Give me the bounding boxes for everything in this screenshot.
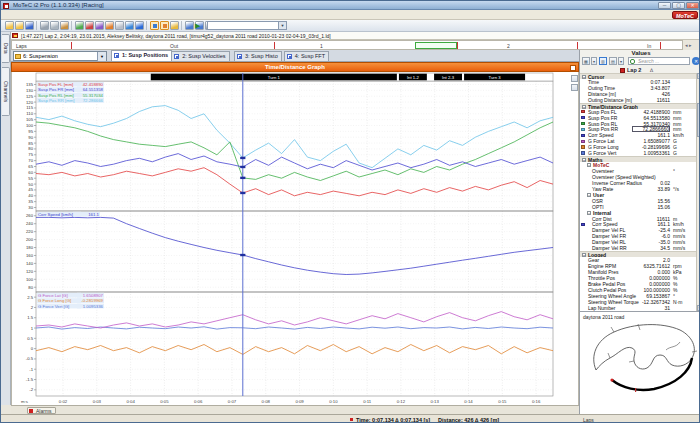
track-cursor-dot [610, 378, 613, 381]
svg-label: 115 [26, 105, 33, 110]
dock-tab-channels[interactable]: Channels [2, 67, 10, 117]
channel-color-swatch [581, 128, 585, 132]
title-bar[interactable]: MoTeC i2 Pro (1.1.0.334) [Racing] ─ ▢ ✕ [1, 1, 700, 10]
worksheet-icon [287, 54, 292, 59]
reference-lap-combo[interactable]: ▼ [207, 21, 287, 30]
search-input[interactable]: Search ... [628, 57, 690, 65]
worksheet-tab-label: 3: Susp Histo [245, 53, 278, 59]
svg-label: 120 [26, 269, 34, 274]
tab-4-susp-fft[interactable]: 4: Susp FFT [284, 51, 329, 61]
workbook-selector-value: 6: Suspension [23, 52, 58, 61]
close-button[interactable]: ✕ [686, 2, 699, 9]
toolbar-icon-cursor-toggle[interactable] [150, 21, 159, 30]
search-placeholder: Search ... [638, 58, 659, 64]
svg-label: Int 1-2 [407, 75, 420, 80]
tab-2-susp-velocities[interactable]: 2: Susp Velocities [171, 51, 229, 61]
show-values-toggle-icon[interactable]: ▥ [599, 57, 607, 65]
collapse-icon[interactable]: − [587, 193, 591, 197]
svg-label: Susp Pos RL [mm] [38, 93, 74, 98]
toolbar-icon-swap-lap[interactable] [170, 21, 179, 30]
layout-dropdown-icon[interactable]: ▾ [591, 57, 597, 65]
svg-label: 0 [31, 346, 34, 351]
toolbar-icon-grid[interactable] [115, 21, 124, 30]
left-dock-strip: DataChannels [1, 32, 11, 405]
toolbar-icon-open-file[interactable] [5, 21, 14, 30]
log-file-icon [12, 33, 18, 38]
tab-3-susp-histo[interactable]: 3: Susp Histo [234, 51, 282, 61]
tab-1-susp-positions[interactable]: 1: Susp Positions [111, 50, 172, 61]
channel-color-swatch [581, 151, 585, 155]
toolbar-icon-send[interactable] [60, 21, 69, 30]
maximize-button[interactable]: ▢ [672, 2, 685, 9]
toolbar-icon-open-folder[interactable] [15, 21, 24, 30]
toolbar-icon-maths[interactable] [105, 21, 114, 30]
channel-values-list: −CursorTime0:07.134Outing Time3:43.807Di… [580, 73, 696, 311]
lap-label-in[interactable]: In [647, 43, 651, 49]
svg-label: 240 [26, 221, 34, 226]
play-button[interactable]: ▶ [195, 21, 200, 30]
svg-label: 40 [28, 193, 33, 198]
workbook-dropdown-icon[interactable]: ▼ [97, 52, 106, 61]
collapse-panel-icon[interactable] [571, 75, 578, 82]
status-distance: Distance: 426 ∆ 426 [m] [438, 417, 499, 423]
selected-lap-range[interactable] [415, 42, 457, 49]
toolbar-icon-add-chart[interactable] [75, 21, 84, 30]
graph-header-icon[interactable] [570, 65, 576, 71]
channel-color-swatch [581, 110, 585, 114]
svg-label: 260 [26, 213, 34, 218]
toolbar-icon-export[interactable] [40, 21, 49, 30]
channel-name[interactable]: Lap Number [588, 305, 616, 311]
svg-label: 0:15 [498, 399, 507, 404]
lap-label-1[interactable]: 1 [320, 43, 323, 49]
workbook-folder-icon [15, 54, 21, 59]
columns-dropdown-icon[interactable]: ▾ [618, 57, 624, 65]
columns-icon[interactable]: ▤ [609, 57, 617, 65]
toolbar-icon-delete[interactable] [85, 21, 94, 30]
lap-label-2[interactable]: 2 [507, 43, 510, 49]
toolbar-icon-print[interactable] [50, 21, 59, 30]
track-map-panel: daytona 2011 road [580, 311, 700, 414]
search-clear-icon[interactable]: ✕ [692, 57, 700, 65]
combo-dropdown-icon[interactable]: ▼ [278, 22, 286, 29]
toolbar-icon-info[interactable] [135, 21, 144, 30]
dock-tab-data[interactable]: Data [2, 34, 10, 63]
toolbar-icon-zoom-prev[interactable] [185, 21, 194, 30]
svg-label: Susp Pos FL [mm] [38, 82, 73, 87]
channel-color-swatch [581, 134, 585, 138]
svg-label: G Force Lat [G] [38, 293, 68, 298]
svg-label: 95 [28, 129, 33, 134]
layout-grid-icon[interactable]: ▦ [582, 57, 590, 65]
status-laps: Laps [583, 417, 594, 423]
laps-ruler[interactable]: Laps Out12In [11, 40, 683, 50]
track-map[interactable] [580, 312, 700, 415]
toolbar-icon-time-mode[interactable] [125, 21, 134, 30]
channel-value[interactable]: 72.2866660 [632, 126, 670, 132]
pin-panel-icon[interactable] [571, 84, 578, 91]
workbook-selector[interactable]: 6: Suspension ▼ [13, 51, 107, 61]
collapse-icon[interactable]: − [587, 163, 591, 167]
svg-label: Susp Pos FR [mm] [38, 87, 74, 92]
value-row-lap-number[interactable]: Lap Number31 [580, 305, 696, 311]
channel-value: 31 [636, 305, 670, 311]
file-info-bar: [1:47.227] Lap 2, 2:04:19, 23.01.2015, A… [1, 32, 700, 40]
svg-label: 30 [28, 205, 33, 210]
toolbar-icon-values-toggle[interactable] [160, 21, 169, 30]
svg-label: 0:06 [194, 399, 203, 404]
status-time: Time: 0:07.134 ∆ 0:07.134 [s] [356, 417, 430, 423]
alarms-button[interactable]: Alarms [27, 407, 56, 414]
laps-nav-arrows[interactable]: ◂ ▸ [685, 42, 691, 48]
toolbar-icon-save[interactable] [25, 21, 34, 30]
lap-boundary-mark [577, 42, 578, 49]
values-scrollbar[interactable]: ▲ ▼ [696, 73, 700, 311]
worksheet-tab-label: 4: Susp FFT [295, 53, 325, 59]
graph-header[interactable]: Time/Distance Graph [11, 62, 579, 72]
toolbar-icon-overlay[interactable] [95, 21, 104, 30]
collapse-icon[interactable]: − [587, 211, 591, 215]
minimize-button[interactable]: ─ [658, 2, 671, 9]
time-distance-graph[interactable]: 0:020:030:040:050:060:070:080:090:100:11… [11, 72, 579, 405]
svg-label: -1.5 [26, 377, 34, 382]
lap-label-out[interactable]: Out [170, 43, 178, 49]
svg-label: Int 2-3 [442, 75, 455, 80]
svg-label: -2 [29, 387, 33, 392]
svg-label: Turn 3 [489, 75, 502, 80]
